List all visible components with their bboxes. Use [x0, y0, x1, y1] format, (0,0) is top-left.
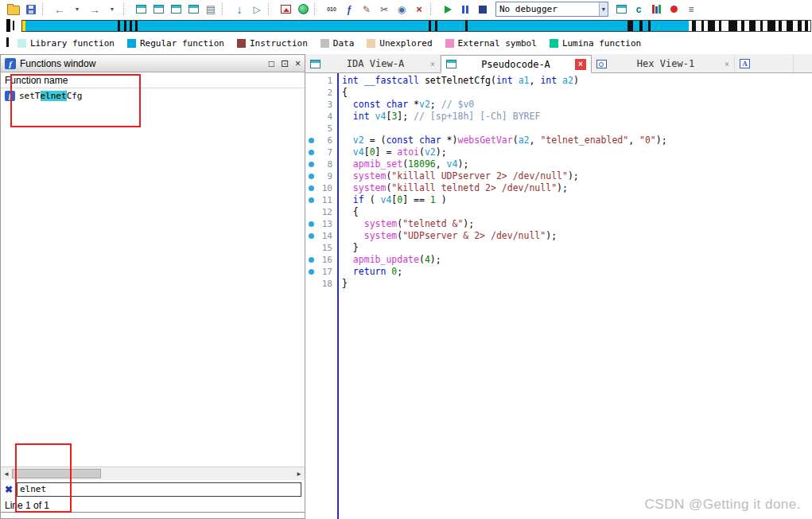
run-plugin-icon[interactable]: ▷: [248, 2, 266, 18]
code-line[interactable]: 18}: [305, 278, 812, 290]
navband-segment: [22, 21, 25, 31]
code-line[interactable]: 16 apmib_update(4);: [305, 254, 812, 266]
code-line[interactable]: 5: [305, 123, 812, 135]
tab-ida-view-a[interactable]: IDA View-A×: [305, 55, 441, 72]
tab-menu-icon[interactable]: ×: [725, 60, 729, 68]
delete-function-icon[interactable]: ×: [410, 2, 428, 18]
stop-process-icon[interactable]: [474, 2, 491, 18]
function-list-item[interactable]: fsetTelnetCfg: [1, 88, 305, 103]
function-list: fsetTelnetCfg: [1, 88, 305, 466]
address-dot-icon: [309, 174, 314, 179]
restore-window-icon[interactable]: □: [269, 59, 274, 68]
line-number: 18: [317, 278, 336, 290]
navband-segment: [429, 21, 431, 31]
address-dot-icon: [309, 162, 314, 167]
functions-window-panel: f Functions window □ ⊡ × Function name f…: [0, 54, 305, 519]
debugger-options-icon[interactable]: ≡: [682, 2, 700, 18]
panel-bottom-strip: [1, 512, 305, 518]
forward-history-dropdown-icon[interactable]: ▼: [103, 2, 121, 18]
tab-strings[interactable]: A: [735, 55, 794, 72]
debugger-selector[interactable]: No debugger▼: [495, 2, 608, 17]
create-function-icon[interactable]: ƒ: [340, 2, 358, 18]
edit-comment-icon[interactable]: ✎: [358, 2, 375, 18]
code-text: return 0;: [336, 266, 402, 278]
code-line[interactable]: 4 int v4[3]; // [sp+18h] [-Ch] BYREF: [305, 111, 812, 123]
pause-process-icon[interactable]: [457, 2, 474, 18]
code-line[interactable]: 1int __fastcall setTelnetCfg(int a1, int…: [305, 75, 812, 87]
code-line[interactable]: 12 {: [305, 206, 812, 218]
float-window-icon[interactable]: ⊡: [281, 59, 289, 68]
toolbar-drag-handle[interactable]: [13, 21, 14, 30]
code-line[interactable]: 9 system("killall UDPserver 2> /dev/null…: [305, 170, 812, 182]
breakpoint-icon[interactable]: [665, 2, 682, 18]
open-ida-view-icon[interactable]: [132, 2, 150, 18]
code-line[interactable]: 15 }: [305, 242, 812, 254]
code-line[interactable]: 13 system("telnetd &");: [305, 218, 812, 230]
print-icon[interactable]: ▤: [202, 2, 220, 18]
scroll-left-icon[interactable]: ◄: [1, 470, 12, 478]
tab-menu-icon[interactable]: ×: [430, 60, 435, 68]
create-function-icon-glyph: ƒ: [347, 4, 352, 15]
back-history-dropdown-icon[interactable]: ▼: [68, 2, 86, 18]
open-ida-view-icon-glyph: [136, 5, 146, 14]
save-file-icon[interactable]: [22, 2, 40, 18]
horizontal-scrollbar[interactable]: ◄ ►: [1, 466, 305, 480]
jump-address-icon[interactable]: ↓: [231, 2, 248, 18]
close-window-icon[interactable]: ×: [295, 59, 301, 68]
code-line[interactable]: 14 system("UDPserver & 2> /dev/null");: [305, 230, 812, 242]
code-line[interactable]: 10 system("killall telnetd 2> /dev/null"…: [305, 182, 812, 194]
open-structures-icon[interactable]: [167, 2, 185, 18]
legend-swatch: [237, 39, 246, 48]
navband-segment: [701, 21, 704, 31]
code-line[interactable]: 8 apmib_set(18096, v4);: [305, 158, 812, 170]
address-dot-icon: [309, 197, 314, 203]
legend-drag-handle[interactable]: [6, 37, 9, 47]
code-line[interactable]: 11 if ( v4[0] == 1 ): [305, 194, 812, 206]
snapshot-icon[interactable]: ◉: [393, 2, 410, 18]
navigate-back-icon[interactable]: ←: [51, 2, 68, 18]
toolbar-drag-handle[interactable]: [6, 19, 10, 32]
code-line[interactable]: 3 const char *v2; // $v0: [305, 99, 812, 111]
code-text: system("killall telnetd 2> /dev/null");: [336, 182, 568, 194]
cut-patch-icon[interactable]: ✂: [375, 2, 393, 18]
code-text: {: [336, 206, 359, 218]
open-file-icon[interactable]: [5, 2, 22, 18]
open-hex-view-icon[interactable]: [150, 2, 167, 18]
legend-item: Regular function: [127, 38, 224, 49]
function-search-input[interactable]: [17, 482, 301, 497]
line-number: 6: [317, 135, 336, 146]
start-process-icon[interactable]: [439, 2, 457, 18]
open-libraries-icon[interactable]: [647, 2, 665, 18]
function-name-column-header[interactable]: Function name: [1, 72, 305, 88]
attach-process-icon[interactable]: [612, 2, 630, 18]
line-number: 11: [317, 194, 336, 206]
tab-label: Pseudocode-A: [460, 59, 571, 70]
navigation-band[interactable]: [21, 20, 811, 32]
navigate-forward-icon[interactable]: →: [86, 2, 103, 18]
back-history-dropdown-icon-glyph: ▼: [75, 6, 80, 12]
run-to-cursor-icon[interactable]: c: [630, 2, 647, 18]
scroll-right-icon[interactable]: ►: [293, 470, 305, 478]
code-line[interactable]: 6 v2 = (const char *)websGetVar(a2, "tel…: [305, 135, 812, 146]
code-line[interactable]: 2{: [305, 87, 812, 99]
delete-function-icon-glyph: ×: [416, 3, 422, 15]
open-enums-icon[interactable]: [185, 2, 202, 18]
clear-search-icon[interactable]: ✖: [2, 484, 15, 495]
tab-pseudocode-a[interactable]: Pseudocode-A×: [441, 55, 592, 73]
tab-hex-view-1[interactable]: Hex View-1×: [592, 55, 735, 72]
lumina-icon[interactable]: [294, 2, 312, 18]
legend-label: Instruction: [250, 38, 308, 49]
flow-chart-icon[interactable]: [277, 2, 294, 18]
navigate-back-icon-glyph: ←: [54, 3, 65, 16]
scrollbar-thumb[interactable]: [12, 469, 101, 478]
close-tab-icon[interactable]: ×: [575, 59, 586, 70]
legend-swatch: [321, 39, 329, 48]
binary-data-icon[interactable]: 010: [323, 2, 340, 18]
line-number: 15: [317, 242, 336, 254]
navigate-forward-icon-glyph: →: [89, 3, 100, 16]
code-line[interactable]: 17 return 0;: [305, 266, 812, 278]
toolbar-separator: [222, 3, 228, 15]
code-line[interactable]: 7 v4[0] = atoi(v2);: [305, 146, 812, 158]
code-text: system("killall UDPserver 2> /dev/null")…: [336, 170, 579, 182]
address-dot-icon: [309, 185, 314, 191]
